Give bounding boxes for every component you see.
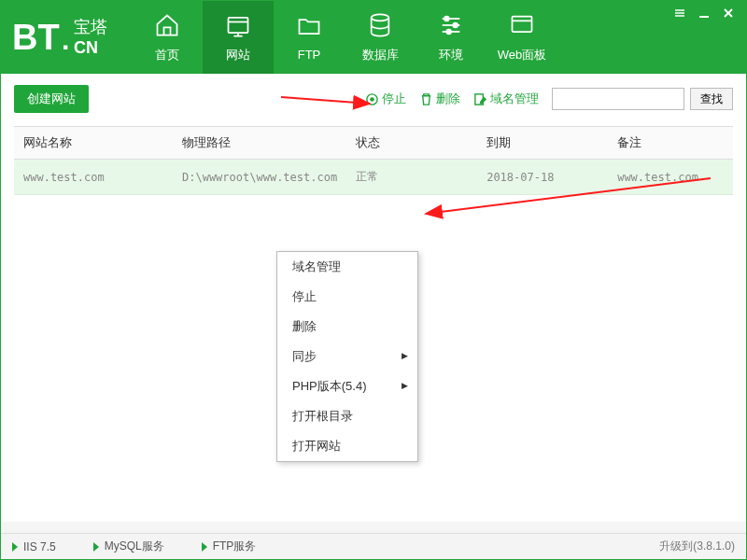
ctx-open-root[interactable]: 打开根目录 bbox=[277, 401, 417, 431]
context-menu: 域名管理 停止 删除 同步 PHP版本(5.4) 打开根目录 打开网站 bbox=[276, 251, 418, 462]
svg-text:BT: BT bbox=[12, 18, 60, 57]
svg-point-24 bbox=[370, 97, 374, 102]
delete-label: 删除 bbox=[436, 91, 460, 107]
status-mysql-label: MySQL服务 bbox=[105, 539, 164, 554]
minimize-button[interactable] bbox=[692, 5, 716, 21]
cell-expire: 2018-07-18 bbox=[477, 160, 608, 195]
search-button[interactable]: 查找 bbox=[690, 88, 733, 110]
trash-icon bbox=[419, 92, 433, 106]
home-icon bbox=[154, 12, 180, 41]
nav-web-label: Web面板 bbox=[498, 47, 547, 63]
svg-point-14 bbox=[446, 29, 451, 34]
database-icon bbox=[367, 12, 393, 41]
cell-name: www.test.com bbox=[14, 160, 173, 195]
upgrade-link[interactable]: 升级到(3.8.1.0) bbox=[659, 539, 735, 554]
col-note[interactable]: 备注 bbox=[608, 127, 733, 160]
nav-db[interactable]: 数据库 bbox=[345, 1, 416, 74]
play-icon bbox=[93, 542, 99, 552]
svg-point-12 bbox=[444, 16, 449, 21]
ctx-open-site[interactable]: 打开网站 bbox=[277, 431, 417, 461]
content: 创建网站 停止 删除 域名管理 查找 网站名称 物理路径 状态 到期 备注 bbox=[1, 74, 746, 522]
nav-site[interactable]: 网站 bbox=[203, 1, 274, 74]
col-path[interactable]: 物理路径 bbox=[173, 127, 346, 160]
nav-site-label: 网站 bbox=[226, 47, 250, 63]
stop-action[interactable]: 停止 bbox=[365, 91, 406, 107]
site-icon bbox=[225, 12, 251, 41]
nav-web[interactable]: Web面板 bbox=[486, 1, 557, 74]
status-ftp-label: FTP服务 bbox=[213, 539, 257, 554]
folder-icon bbox=[296, 13, 322, 42]
svg-rect-15 bbox=[513, 16, 532, 31]
svg-text:.: . bbox=[62, 24, 69, 55]
col-name[interactable]: 网站名称 bbox=[14, 127, 173, 160]
svg-text:CN: CN bbox=[74, 38, 98, 57]
play-icon bbox=[202, 542, 207, 552]
nav-env[interactable]: 环境 bbox=[416, 1, 486, 74]
menu-button[interactable] bbox=[668, 5, 692, 21]
create-site-button[interactable]: 创建网站 bbox=[14, 85, 89, 113]
svg-point-8 bbox=[372, 14, 389, 21]
nav-home-label: 首页 bbox=[155, 47, 179, 63]
edit-icon bbox=[473, 92, 487, 106]
stop-icon bbox=[365, 92, 379, 106]
svg-text:宝塔: 宝塔 bbox=[74, 18, 107, 36]
sliders-icon bbox=[438, 12, 464, 41]
cell-note: www.test.com bbox=[608, 160, 733, 195]
ctx-sync[interactable]: 同步 bbox=[277, 342, 417, 371]
domain-manage-label: 域名管理 bbox=[490, 91, 539, 107]
panel-icon bbox=[509, 12, 535, 41]
col-status[interactable]: 状态 bbox=[346, 127, 477, 160]
nav-db-label: 数据库 bbox=[362, 47, 399, 63]
nav-ftp-label: FTP bbox=[298, 48, 321, 62]
ctx-stop[interactable]: 停止 bbox=[277, 282, 417, 312]
toolbar: 创建网站 停止 删除 域名管理 查找 bbox=[14, 85, 733, 113]
status-iis[interactable]: IIS 7.5 bbox=[12, 540, 56, 553]
col-expire[interactable]: 到期 bbox=[477, 127, 608, 160]
svg-rect-4 bbox=[229, 17, 248, 32]
delete-action[interactable]: 删除 bbox=[419, 91, 460, 107]
status-ftp[interactable]: FTP服务 bbox=[202, 539, 257, 554]
nav-home[interactable]: 首页 bbox=[132, 1, 203, 74]
ctx-delete[interactable]: 删除 bbox=[277, 312, 417, 342]
cell-status: 正常 bbox=[346, 160, 477, 195]
play-icon bbox=[12, 542, 18, 552]
table-header-row: 网站名称 物理路径 状态 到期 备注 bbox=[14, 127, 733, 160]
stop-label: 停止 bbox=[382, 91, 406, 107]
status-iis-label: IIS 7.5 bbox=[23, 540, 56, 553]
logo: BT . 宝塔 CN bbox=[1, 1, 132, 74]
cell-path: D:\wwwroot\www.test.com bbox=[173, 160, 346, 195]
sites-table: 网站名称 物理路径 状态 到期 备注 www.test.com D:\wwwro… bbox=[14, 126, 733, 195]
close-button[interactable] bbox=[716, 5, 740, 21]
svg-point-13 bbox=[453, 22, 458, 27]
header: BT . 宝塔 CN 首页 网站 FTP bbox=[1, 1, 746, 74]
nav-env-label: 环境 bbox=[439, 47, 463, 63]
table-row[interactable]: www.test.com D:\wwwroot\www.test.com 正常 … bbox=[14, 160, 733, 195]
search-input[interactable] bbox=[552, 88, 684, 110]
statusbar: IIS 7.5 MySQL服务 FTP服务 升级到(3.8.1.0) bbox=[1, 533, 746, 559]
domain-manage-action[interactable]: 域名管理 bbox=[473, 91, 539, 107]
window-controls bbox=[668, 5, 740, 21]
ctx-php-ver[interactable]: PHP版本(5.4) bbox=[277, 371, 417, 401]
nav-ftp[interactable]: FTP bbox=[274, 1, 345, 74]
ctx-domain-manage[interactable]: 域名管理 bbox=[277, 252, 417, 282]
status-mysql[interactable]: MySQL服务 bbox=[93, 539, 164, 554]
nav: 首页 网站 FTP 数据库 环境 bbox=[132, 1, 557, 74]
